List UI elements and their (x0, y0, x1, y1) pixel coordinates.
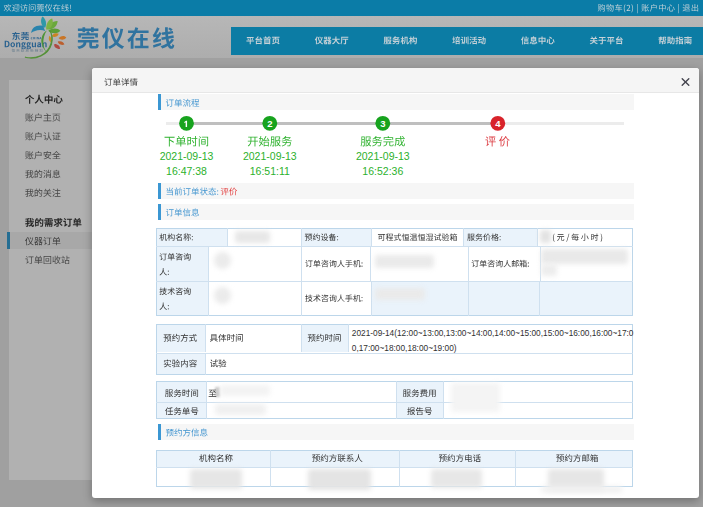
svg-text:2: 2 (267, 118, 272, 129)
svg-text:2021-09-13: 2021-09-13 (243, 150, 297, 162)
svg-text:16:47:38: 16:47:38 (166, 165, 207, 177)
svg-text:3: 3 (380, 118, 385, 129)
svg-text:16:52:36: 16:52:36 (362, 165, 403, 177)
svg-text:16:51:11: 16:51:11 (250, 165, 290, 177)
svg-text:2021-09-13: 2021-09-13 (356, 150, 410, 162)
svg-text:4: 4 (495, 118, 501, 129)
svg-text:0,17:00~18:00,18:00~19:00): 0,17:00~18:00,18:00~19:00) (352, 343, 457, 353)
svg-text:2021-09-14(12:00~13:00,13:00~1: 2021-09-14(12:00~13:00,13:00~14:00,14:00… (352, 328, 634, 338)
svg-text:2021-09-13: 2021-09-13 (160, 150, 214, 162)
